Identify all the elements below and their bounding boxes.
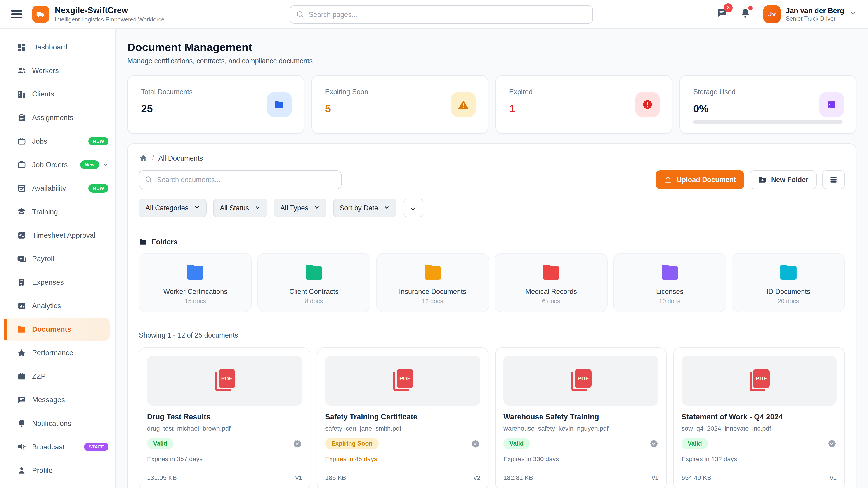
sidebar-item-label: Notifications	[32, 419, 71, 428]
folder-card-insurance-documents[interactable]: Insurance Documents 12 docs	[376, 253, 489, 312]
sidebar-item-label: Profile	[32, 466, 53, 475]
folder-icon	[267, 92, 291, 117]
home-icon[interactable]	[139, 154, 148, 163]
sidebar-item-performance[interactable]: Performance	[0, 341, 115, 365]
global-search	[289, 5, 593, 24]
folder-name: Medical Records	[525, 288, 577, 295]
sort-by-select[interactable]: Sort by Date	[333, 199, 396, 217]
storage-icon	[819, 92, 844, 117]
sidebar-item-dashboard[interactable]: Dashboard	[0, 35, 115, 59]
sidebar-item-messages[interactable]: Messages	[0, 388, 115, 412]
training-icon	[17, 207, 26, 217]
expiry-text: Expires in 330 days	[503, 455, 658, 463]
folder-grid: Worker Certifications 15 docs Client Con…	[139, 253, 845, 312]
filter-status-select[interactable]: All Status	[213, 199, 267, 217]
sidebar-item-assignments[interactable]: Assignments	[0, 106, 115, 129]
document-card[interactable]: PDF Safety Training Certificate safety_c…	[317, 348, 489, 488]
global-search-input[interactable]	[289, 5, 593, 24]
sidebar-item-clients[interactable]: Clients	[0, 83, 115, 106]
sidebar-item-availability[interactable]: Availability NEW	[0, 176, 115, 200]
sidebar-item-profile[interactable]: Profile	[0, 459, 115, 482]
sidebar-item-documents[interactable]: Documents	[5, 318, 110, 341]
sidebar-item-expenses[interactable]: Expenses	[0, 271, 115, 294]
payroll-icon	[17, 254, 26, 264]
new-folder-label: New Folder	[771, 176, 808, 184]
upload-document-button[interactable]: Upload Document	[656, 170, 744, 189]
folder-name: ID Documents	[767, 288, 810, 295]
folder-card-worker-certifications[interactable]: Worker Certifications 15 docs	[139, 253, 252, 312]
showing-count: Showing 1 - 12 of 25 documents	[139, 331, 845, 339]
sidebar-item-label: Performance	[32, 349, 73, 357]
sidebar: Dashboard Workers Clients Assignments Jo…	[0, 29, 116, 488]
version-label: v1	[296, 474, 302, 482]
sidebar-item-jobs[interactable]: Jobs NEW	[0, 129, 115, 153]
new-folder-button[interactable]: New Folder	[749, 170, 816, 189]
document-search-input[interactable]	[139, 170, 341, 189]
sort-direction-button[interactable]	[403, 199, 424, 217]
file-size: 185 KB	[325, 474, 346, 482]
list-view-toggle-button[interactable]	[822, 170, 845, 189]
sidebar-item-job-orders[interactable]: Job Orders New	[0, 153, 115, 176]
stat-storage-used: Storage Used 0%	[680, 75, 856, 133]
sidebar-item-broadcast[interactable]: Broadcast STAFF	[0, 435, 115, 459]
filter-label: All Types	[280, 204, 308, 212]
document-card[interactable]: PDF Drug Test Results drug_test_michael_…	[139, 348, 310, 488]
sidebar-item-timesheet-approval[interactable]: Timesheet Approval	[0, 223, 115, 247]
stat-expired: Expired 1	[495, 75, 672, 133]
sidebar-item-label: Jobs	[32, 137, 47, 145]
pdf-icon: PDF	[213, 369, 237, 392]
folder-name: Client Contracts	[289, 288, 339, 295]
file-size: 182.81 KB	[503, 474, 533, 482]
document-library-panel: / All Documents	[127, 143, 856, 488]
folder-card-id-documents[interactable]: ID Documents 20 docs	[732, 253, 845, 312]
sidebar-item-payroll[interactable]: Payroll	[0, 247, 115, 270]
folder-card-medical-records[interactable]: Medical Records 6 docs	[495, 253, 608, 312]
sidebar-item-zzp[interactable]: ZZP	[0, 365, 115, 388]
filter-categories-select[interactable]: All Categories	[139, 199, 207, 217]
status-badge: Valid	[682, 438, 708, 449]
expiry-text: Expires in 132 days	[682, 455, 837, 463]
filter-types-select[interactable]: All Types	[274, 199, 327, 217]
folders-section: Folders Worker Certifications 15 docs Cl…	[128, 227, 856, 324]
performance-icon	[17, 348, 26, 358]
page-title: Document Management	[127, 41, 856, 54]
broadcast-icon	[17, 442, 26, 452]
folder-icon	[659, 260, 681, 283]
chevron-down-icon	[314, 204, 320, 212]
status-badge: Valid	[503, 438, 530, 449]
sidebar-item-analytics[interactable]: Analytics	[0, 294, 115, 318]
sidebar-item-notifications[interactable]: Notifications	[0, 412, 115, 435]
version-label: v2	[473, 474, 480, 482]
user-menu[interactable]: Jv Jan van der Berg Senior Truck Driver	[763, 5, 857, 23]
document-card[interactable]: PDF Warehouse Safety Training warehouse_…	[495, 348, 667, 488]
document-card[interactable]: PDF Statement of Work - Q4 2024 sow_q4_2…	[673, 348, 845, 488]
notifications-button[interactable]	[740, 8, 751, 21]
breadcrumb: / All Documents	[128, 144, 856, 163]
sidebar-item-training[interactable]: Training	[0, 200, 115, 223]
document-thumbnail: PDF	[147, 356, 302, 405]
folder-card-licenses[interactable]: Licenses 10 docs	[613, 253, 726, 312]
stat-label: Expired	[509, 88, 659, 96]
folder-card-client-contracts[interactable]: Client Contracts 8 docs	[257, 253, 370, 312]
sidebar-item-label: Timesheet Approval	[32, 231, 95, 239]
document-title: Safety Training Certificate	[325, 413, 480, 421]
sidebar-item-label: Availability	[32, 184, 66, 193]
document-thumbnail: PDF	[682, 356, 837, 405]
stat-label: Total Documents	[141, 88, 290, 96]
verified-seal-icon	[827, 439, 837, 449]
sidebar-item-workers[interactable]: Workers	[0, 59, 115, 83]
menu-toggle-button[interactable]	[11, 10, 22, 18]
folder-icon	[139, 238, 147, 246]
new-badge: NEW	[88, 137, 109, 146]
expiry-text: Expires in 357 days	[147, 455, 302, 463]
workers-icon	[17, 66, 26, 76]
avatar: Jv	[763, 5, 781, 23]
folder-icon	[303, 260, 325, 283]
verified-seal-icon	[649, 439, 659, 449]
stat-label: Expiring Soon	[325, 88, 474, 96]
brand-subtitle: Intelligent Logistics Empowered Workforc…	[55, 16, 164, 23]
messages-button[interactable]: 3	[716, 7, 727, 21]
sidebar-item-label: Broadcast	[32, 443, 64, 451]
folder-count: 15 docs	[185, 298, 206, 305]
chevron-down-icon	[194, 204, 200, 212]
